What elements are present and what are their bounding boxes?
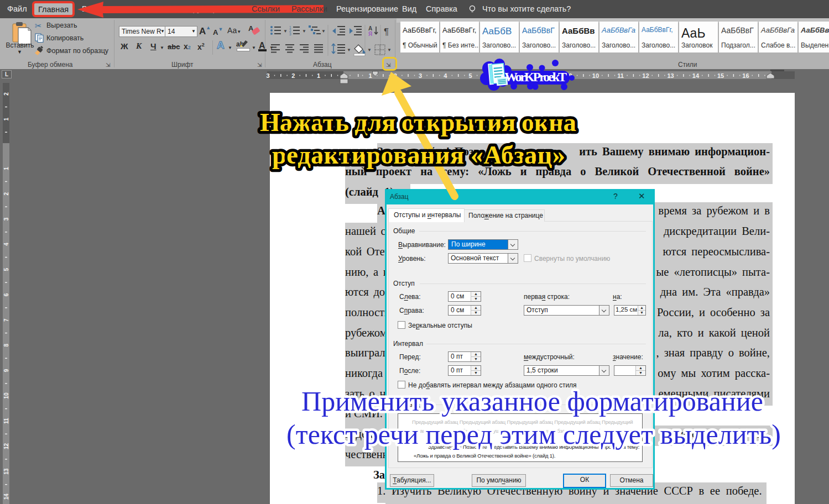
svg-text:12: 12 bbox=[3, 443, 9, 450]
svg-text:15: 15 bbox=[717, 72, 724, 79]
svg-text:3: 3 bbox=[289, 32, 291, 36]
svg-text:5: 5 bbox=[3, 267, 9, 271]
svg-text:2: 2 bbox=[3, 192, 9, 195]
svg-text:11: 11 bbox=[617, 72, 624, 79]
svg-text:¶: ¶ bbox=[384, 27, 389, 37]
svg-text:(текст речи перед этим следует: (текст речи перед этим следует выделить) bbox=[286, 419, 781, 450]
svg-text:Я: Я bbox=[368, 31, 372, 37]
svg-text:редактирования «Абзац»: редактирования «Абзац» bbox=[272, 140, 565, 169]
svg-text:1: 1 bbox=[317, 72, 320, 79]
svg-text:6: 6 bbox=[3, 293, 9, 296]
svg-text:▼: ▼ bbox=[347, 48, 351, 53]
svg-text:▼: ▼ bbox=[321, 29, 326, 34]
svg-text:Нажать для открытия окна: Нажать для открытия окна bbox=[260, 108, 576, 136]
svg-text:1: 1 bbox=[369, 72, 372, 79]
svg-text:11: 11 bbox=[3, 418, 9, 424]
svg-text:1: 1 bbox=[3, 167, 9, 170]
svg-text:7: 7 bbox=[3, 318, 9, 322]
svg-text:4: 4 bbox=[3, 243, 9, 246]
svg-text:3: 3 bbox=[3, 217, 9, 221]
svg-text:2: 2 bbox=[3, 92, 9, 96]
svg-text:▼: ▼ bbox=[283, 29, 288, 34]
svg-text:9: 9 bbox=[3, 369, 9, 372]
svg-text:10: 10 bbox=[3, 392, 9, 399]
svg-text:13: 13 bbox=[667, 72, 674, 79]
svg-text:▼: ▼ bbox=[387, 48, 392, 53]
svg-text:10: 10 bbox=[592, 72, 599, 79]
svg-text:WorKProekT: WorKProekT bbox=[504, 70, 567, 84]
svg-text:14: 14 bbox=[3, 494, 9, 500]
svg-text:14: 14 bbox=[692, 72, 700, 79]
svg-text:▼: ▼ bbox=[367, 48, 372, 53]
svg-text:2: 2 bbox=[291, 72, 295, 79]
svg-text:1: 1 bbox=[3, 117, 9, 120]
svg-text:13: 13 bbox=[3, 468, 9, 475]
svg-text:Применить указанное форматиров: Применить указанное форматирование bbox=[301, 386, 763, 417]
svg-text:8: 8 bbox=[3, 344, 9, 347]
svg-text:16: 16 bbox=[742, 72, 749, 79]
svg-text:▼: ▼ bbox=[302, 29, 306, 34]
svg-text:12: 12 bbox=[642, 72, 649, 79]
svg-text:3: 3 bbox=[266, 72, 269, 79]
svg-text:5: 5 bbox=[469, 72, 472, 79]
